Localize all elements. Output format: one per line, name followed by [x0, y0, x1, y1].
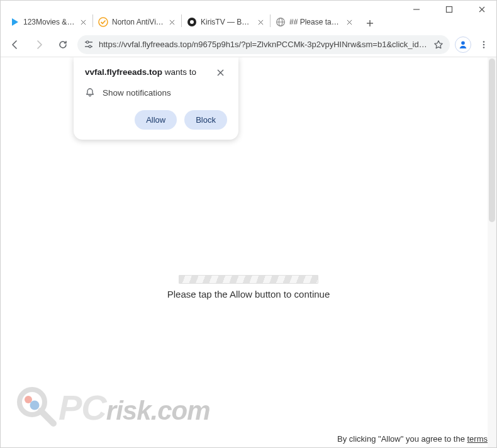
magnifier-bug-icon	[13, 384, 59, 430]
tab-title: KirisTV — Best W	[201, 18, 252, 26]
consent-text: By clicking "Allow" you agree to the ter…	[337, 434, 488, 444]
loading-bar	[179, 275, 318, 284]
play-triangle-icon	[9, 17, 20, 27]
back-button[interactable]	[6, 35, 25, 54]
notification-permission-popup: vvfal.flyfreeads.top wants to Show notif…	[74, 57, 238, 140]
terms-link[interactable]: terms	[467, 434, 488, 444]
tab-close-button[interactable]	[345, 18, 354, 26]
svg-point-24	[89, 45, 91, 48]
watermark-com: .com	[151, 396, 210, 426]
globe-icon	[276, 17, 286, 27]
bell-icon	[85, 87, 95, 98]
toolbar: https://vvfal.flyfreeads.top/n9675p9h1s/…	[1, 32, 496, 57]
profile-button[interactable]	[455, 36, 471, 53]
scrollbar-thumb[interactable]	[489, 59, 495, 222]
new-tab-button[interactable]	[361, 14, 379, 32]
reload-button[interactable]	[53, 35, 72, 54]
svg-point-33	[25, 396, 32, 403]
tab-title: Norton AntiVirus	[112, 18, 164, 26]
svg-point-7	[99, 18, 108, 26]
page-caption: Please tap the Allow button to continue	[167, 289, 330, 300]
circle-dot-icon	[187, 17, 197, 27]
site-settings-icon[interactable]	[84, 40, 94, 50]
watermark-isk: isk	[116, 396, 150, 426]
tab-0[interactable]: 123Movies & Mo	[4, 12, 92, 32]
watermark-logo: PCrisk.com	[13, 384, 210, 430]
permission-label: Show notifications	[103, 88, 171, 98]
svg-point-25	[461, 41, 465, 45]
svg-point-11	[190, 20, 194, 24]
svg-point-34	[30, 401, 40, 410]
tab-strip: 123Movies & Mo Norton AntiVirus KirisTV …	[1, 9, 496, 32]
tab-2[interactable]: KirisTV — Best W	[182, 12, 270, 32]
bookmark-star-icon[interactable]	[433, 40, 444, 50]
browser-window: 123Movies & Mo Norton AntiVirus KirisTV …	[0, 0, 497, 448]
permission-origin-text: vvfal.flyfreeads.top wants to	[85, 67, 196, 77]
scrollbar[interactable]	[488, 57, 496, 447]
window-controls	[1, 1, 496, 9]
block-button[interactable]: Block	[184, 110, 227, 130]
allow-button[interactable]: Allow	[135, 110, 177, 130]
address-bar[interactable]: https://vvfal.flyfreeads.top/n9675p9h1s/…	[77, 35, 450, 54]
tab-close-button[interactable]	[79, 18, 87, 26]
tab-1[interactable]: Norton AntiVirus	[93, 12, 181, 32]
forward-button[interactable]	[30, 35, 48, 54]
tab-close-button[interactable]	[256, 18, 265, 26]
svg-point-26	[483, 41, 485, 43]
url-text: https://vvfal.flyfreeads.top/n9675p9h1s/…	[99, 40, 428, 49]
svg-point-27	[483, 43, 485, 45]
tab-close-button[interactable]	[167, 18, 176, 26]
svg-marker-4	[12, 18, 18, 26]
page-viewport: vvfal.flyfreeads.top wants to Show notif…	[1, 57, 496, 447]
norton-check-icon	[98, 17, 108, 27]
svg-point-22	[86, 41, 89, 43]
popup-close-button[interactable]	[217, 67, 227, 77]
watermark-pc: PC	[59, 387, 106, 428]
browser-menu-button[interactable]	[476, 35, 491, 54]
svg-point-28	[483, 47, 485, 48]
tab-3-active[interactable]: ## Please tap the	[271, 12, 359, 32]
svg-line-32	[41, 411, 53, 423]
tab-title: ## Please tap the	[289, 18, 341, 26]
tab-title: 123Movies & Mo	[23, 18, 75, 26]
watermark-r: r	[106, 396, 116, 426]
